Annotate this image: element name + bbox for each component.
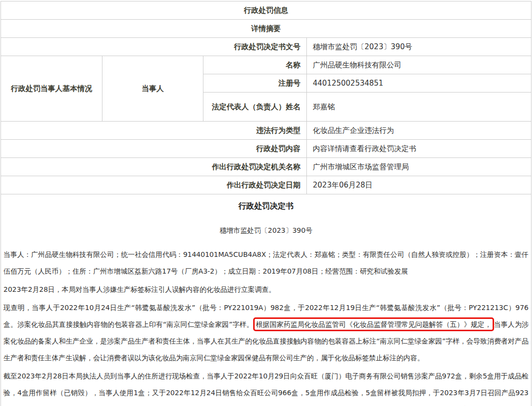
document-title: 行政处罚决定书	[3, 201, 529, 212]
penalty-summary-table: 行政处罚信息 详情摘要 行政处罚决定书文号 穗增市监处罚〔2023〕390号 行…	[0, 1, 532, 194]
document-paragraph-party: 当事人：广州品硬生物科技有限公司；统一社会信用代码：91440101MA5CUB…	[3, 246, 529, 280]
party-regno-value: 440125002534851	[307, 74, 532, 93]
table-row: 作出行政处罚决定机关名称 广州市增城区市场监督管理局	[1, 158, 532, 176]
document-paragraph-case-filing: 2023年2月28日，本局对当事人涉嫌生产标签标注引人误解内容的化妆品进行立案调…	[3, 281, 529, 298]
penalty-content-value: 内容详情请查看行政处罚决定书	[307, 140, 532, 158]
violation-type-value: 化妆品生产企业违法行为	[307, 122, 532, 140]
table-row: 行政处罚内容 内容详情请查看行政处罚决定书	[1, 140, 532, 158]
party-legalrep-label: 法定代表人（负责人）姓名	[203, 93, 307, 122]
party-name-label: 名称	[203, 56, 307, 74]
document-number: 穗增市监处罚〔2023〕390号	[3, 226, 529, 235]
party-name-value: 广州品硬生物科技有限公司	[307, 56, 532, 74]
summary-section-title: 详情摘要	[1, 20, 532, 38]
party-group-label: 行政处罚当事人基本情况	[1, 56, 102, 122]
document-paragraph-findings: 现查明，当事人于2022年10月24日生产“韩鹭氨基酸洗发水”（批号：PY221…	[3, 299, 529, 366]
party-legalrep-value: 郑嘉铭	[307, 93, 532, 122]
penalty-info-page: 行政处罚信息 详情摘要 行政处罚决定书文号 穗增市监处罚〔2023〕390号 行…	[0, 1, 532, 406]
party-regno-label: 注册号	[203, 74, 307, 93]
penalty-decision-document: 行政处罚决定书 穗增市监处罚〔2023〕390号 当事人：广州品硬生物科技有限公…	[0, 194, 532, 406]
authority-label: 作出行政处罚决定机关名称	[1, 158, 307, 176]
table-row: 违法行为类型 化妆品生产企业违法行为	[1, 122, 532, 140]
table-row: 行政处罚当事人基本情况 当事人 名称 广州品硬生物科技有限公司	[1, 56, 532, 74]
decision-date-label: 作出行政处罚决定日期	[1, 176, 307, 194]
page-title: 行政处罚信息	[1, 1, 532, 20]
penalty-content-label: 行政处罚内容	[1, 140, 307, 158]
table-row: 详情摘要	[1, 20, 532, 38]
highlight-box: 根据国家药监局化妆品监管司《化妆品监督管理常见问题解答（五）》规定，	[253, 317, 494, 331]
doc-no-label: 行政处罚决定书文号	[1, 38, 307, 56]
violation-type-label: 违法行为类型	[1, 122, 307, 140]
party-role-label: 当事人	[102, 56, 203, 122]
doc-no-value: 穗增市监处罚〔2023〕390号	[307, 38, 532, 56]
decision-date-value: 2023年06月28日	[307, 176, 532, 194]
table-row: 行政处罚信息	[1, 1, 532, 20]
table-row: 作出行政处罚决定日期 2023年06月28日	[1, 176, 532, 194]
document-paragraph-inspection: 截至2023年2月28日本局执法人员到当事人的住所进行现场检查，当事人于2022…	[3, 368, 529, 406]
authority-value: 广州市增城区市场监督管理局	[307, 158, 532, 176]
table-row: 行政处罚决定书文号 穗增市监处罚〔2023〕390号	[1, 38, 532, 56]
